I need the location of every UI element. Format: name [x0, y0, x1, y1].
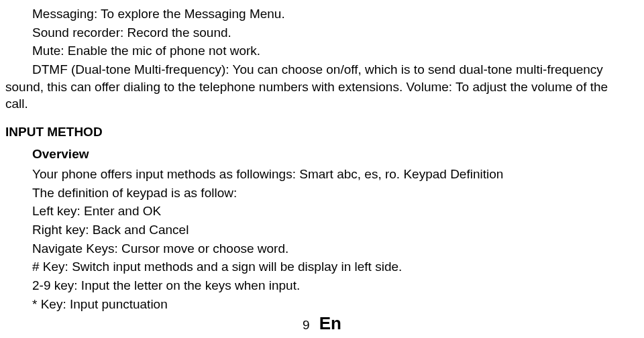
line-overview-text: Your phone offers input methods as follo… — [0, 166, 644, 183]
page-footer: 9 En — [0, 312, 644, 335]
line-right-key: Right key: Back and Cancel — [0, 221, 644, 239]
line-hash-key: # Key: Switch input methods and a sign w… — [0, 258, 644, 276]
line-nav-keys: Navigate Keys: Cursor move or choose wor… — [0, 240, 644, 258]
line-num-key: 2-9 key: Input the letter on the keys wh… — [0, 277, 644, 294]
line-sound-recorder: Sound recorder: Record the sound. — [0, 24, 644, 42]
line-mute: Mute: Enable the mic of phone not work. — [0, 42, 644, 60]
line-left-key: Left key: Enter and OK — [0, 203, 644, 220]
line-star-key: * Key: Input punctuation — [0, 296, 644, 313]
heading-input-method: INPUT METHOD — [0, 123, 644, 141]
lang-label: En — [319, 312, 341, 335]
line-dtmf: DTMF (Dual-tone Multi-frequency): You ca… — [0, 61, 644, 113]
subheading-overview: Overview — [0, 146, 644, 163]
line-messaging: Messaging: To explore the Messaging Menu… — [0, 5, 644, 23]
line-keypad-def: The definition of keypad is as follow: — [0, 184, 644, 202]
page-number: 9 — [303, 317, 310, 334]
